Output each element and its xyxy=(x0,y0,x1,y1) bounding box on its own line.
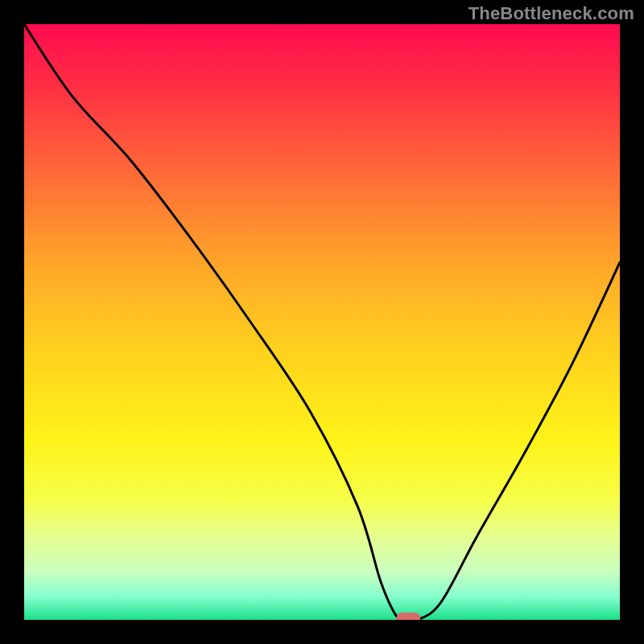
plot-area xyxy=(24,24,620,620)
chart-container: TheBottleneck.com xyxy=(0,0,644,644)
watermark-text: TheBottleneck.com xyxy=(469,3,634,24)
gradient-background xyxy=(24,24,620,620)
optimal-marker xyxy=(396,613,420,620)
chart-svg xyxy=(24,24,620,620)
